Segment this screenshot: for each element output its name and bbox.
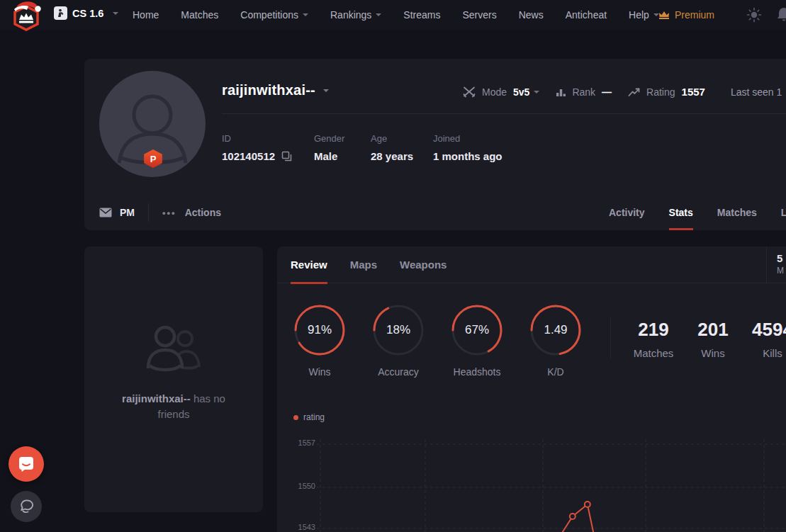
premium-link[interactable]: Premium — [658, 0, 714, 30]
crossed-swords-icon — [463, 86, 476, 98]
tab-review[interactable]: Review — [291, 247, 327, 283]
nav-help[interactable]: Help — [629, 9, 659, 21]
joined-label: Joined — [433, 133, 503, 144]
wins-label: Wins — [683, 347, 743, 359]
nav-rankings[interactable]: Rankings — [330, 9, 381, 21]
ellipsis-icon: ••• — [162, 208, 176, 218]
rating-value: 1557 — [682, 86, 705, 98]
ring-accuracy: 18% Accuracy — [359, 303, 437, 378]
last-seen-label: Last seen 1 — [731, 86, 782, 98]
nav-anticheat[interactable]: Anticheat — [566, 9, 607, 21]
kd-value: 1.49 — [529, 303, 583, 357]
mode-label: Mode — [482, 86, 507, 98]
mode-value[interactable]: 5v5 — [513, 86, 529, 98]
id-label: ID — [222, 133, 314, 144]
friends-icon — [141, 326, 206, 373]
total-wins: 201 Wins — [683, 319, 743, 359]
profile-page: { "navbar": { "game_label": "CS 1.6", "l… — [0, 0, 786, 532]
theme-toggle-sun-icon[interactable] — [746, 7, 762, 26]
nav-competitions[interactable]: Competitions — [240, 9, 308, 21]
tab-leaderboards[interactable]: Le — [781, 195, 786, 230]
id-value: 102140512 — [222, 150, 275, 162]
chart-legend: rating — [293, 412, 325, 422]
player-name: raijinwithxai-- — [222, 82, 315, 98]
tab-side-stat: 5 M — [766, 247, 786, 283]
wins-percent: 91% — [293, 303, 347, 357]
wins-label: Wins — [308, 366, 330, 378]
rating-line-series — [559, 504, 595, 532]
chevron-down-icon[interactable] — [323, 89, 329, 92]
player-name-row: raijinwithxai-- — [222, 82, 329, 98]
chevron-down-icon — [113, 12, 118, 15]
rating-trend-icon — [628, 87, 641, 97]
rating-label: Rating — [646, 86, 675, 98]
notifications-bell-icon[interactable] — [775, 6, 786, 26]
side-stat-value: 5 — [777, 252, 786, 264]
info-id: ID 102140512 — [222, 133, 314, 162]
support-chat-button[interactable] — [9, 446, 44, 482]
ring-headshots: 67% Headshots — [438, 303, 516, 378]
nav-news[interactable]: News — [519, 9, 544, 21]
fastcup-logo-icon — [9, 0, 43, 34]
matches-label: Matches — [624, 347, 683, 359]
stats-card: Review Maps Weapons 5 M 91% Wins — [277, 247, 786, 532]
info-joined: Joined 1 months ago — [433, 133, 503, 162]
age-label: Age — [371, 133, 433, 144]
rank-label: Rank — [572, 86, 595, 98]
divider — [148, 203, 149, 222]
copy-icon[interactable] — [281, 151, 292, 162]
nav-home[interactable]: Home — [133, 9, 159, 21]
gender-value: Male — [314, 150, 337, 162]
player-info-row: ID 102140512 Gender Male Age 28 years Jo… — [222, 133, 503, 162]
wins-count: 201 — [683, 319, 743, 341]
ring-kd: 1.49 K/D — [517, 303, 595, 378]
tab-activity[interactable]: Activity — [609, 195, 645, 230]
crown-icon — [658, 11, 670, 20]
info-age: Age 28 years — [371, 133, 433, 162]
age-value: 28 years — [371, 150, 413, 162]
matches-count: 219 — [624, 319, 683, 341]
kills-label: Kills — [743, 347, 786, 359]
headshots-label: Headshots — [454, 366, 501, 378]
divider — [610, 317, 611, 358]
pm-button[interactable]: PM — [99, 207, 135, 218]
total-matches: 219 Matches — [624, 319, 683, 359]
side-stat-label: M — [777, 266, 786, 276]
rating-chart — [277, 425, 786, 532]
accuracy-percent: 18% — [371, 303, 425, 357]
nav-links: Home Matches Competitions Rankings Strea… — [133, 0, 659, 30]
rank-bars-icon — [556, 87, 566, 97]
chevron-down-icon — [303, 13, 308, 16]
site-logo[interactable] — [9, 0, 43, 34]
totals-row: 219 Matches 201 Wins 4594 Kills — [624, 319, 786, 359]
kd-label: K/D — [547, 366, 563, 378]
nav-servers[interactable]: Servers — [462, 9, 496, 21]
tab-stats[interactable]: Stats — [669, 195, 693, 230]
nav-matches[interactable]: Matches — [181, 9, 218, 21]
actions-button[interactable]: ••• Actions — [162, 207, 221, 218]
legend-rating-label: rating — [303, 412, 325, 422]
top-navbar: CS 1.6 Home Matches Competitions Ranking… — [0, 0, 786, 30]
headshots-percent: 67% — [450, 303, 504, 357]
rating-point-marker — [570, 514, 576, 519]
header-bottom-row: PM ••• Actions Activity Stats Matches Le — [84, 195, 786, 230]
rank-value: — — [602, 86, 612, 98]
ring-wins: 91% Wins — [281, 303, 359, 378]
chevron-down-icon — [376, 13, 381, 16]
game-selector[interactable]: CS 1.6 — [54, 6, 118, 20]
chat-bubbles-icon — [18, 498, 35, 515]
joined-value: 1 months ago — [433, 150, 503, 162]
chevron-down-icon[interactable] — [534, 91, 539, 94]
cs16-game-icon — [54, 6, 67, 20]
tab-weapons[interactable]: Weapons — [400, 247, 447, 283]
friends-player-name: raijinwithxai-- — [122, 392, 191, 404]
tab-maps[interactable]: Maps — [350, 247, 377, 283]
messages-button[interactable] — [11, 491, 42, 522]
tab-matches[interactable]: Matches — [717, 195, 757, 230]
game-label: CS 1.6 — [72, 8, 103, 19]
nav-streams[interactable]: Streams — [403, 9, 440, 21]
chat-smile-icon — [17, 455, 35, 473]
profile-header-card: P raijinwithxai-- Mode 5v5 Rank — Rating… — [84, 59, 786, 230]
gender-label: Gender — [314, 133, 371, 144]
friends-card: raijinwithxai-- has no friends — [84, 247, 263, 512]
